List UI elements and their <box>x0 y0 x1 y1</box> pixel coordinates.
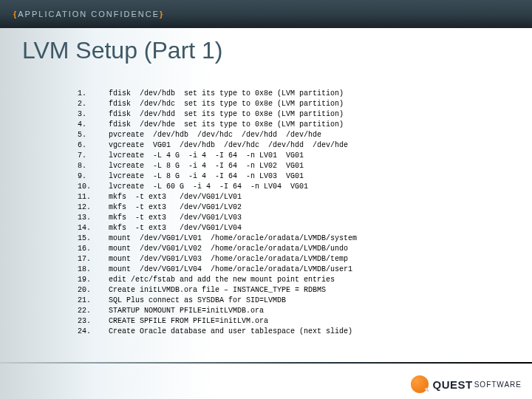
step-line: 5.pvcreate /dev/hdb /dev/hdc /dev/hdd /d… <box>78 130 502 140</box>
step-line: 16.mount /dev/VG01/LV02 /home/oracle/ora… <box>78 244 502 254</box>
step-text: SQL Plus connect as SYSDBA for SID=LVMDB <box>109 296 286 306</box>
step-number: 4. <box>78 120 109 130</box>
step-number: 12. <box>78 202 109 213</box>
steps-list: 1.fdisk /dev/hdb set its type to 0x8e (L… <box>78 89 502 337</box>
step-line: 13.mkfs -t ext3 /dev/VG01/LV03 <box>78 213 502 223</box>
step-line: 3.fdisk /dev/hdd set its type to 0x8e (L… <box>78 109 502 120</box>
step-line: 7.lvcreate -L 4 G -i 4 -I 64 -n LV01 VG0… <box>78 151 502 161</box>
slide-title: LVM Setup (Part 1) <box>22 37 223 64</box>
step-text: fdisk /dev/hdb set its type to 0x8e (LVM… <box>109 89 344 99</box>
step-number: 17. <box>78 254 109 265</box>
step-text: lvcreate -L 60 G -i 4 -I 64 -n LV04 VG01 <box>109 182 308 192</box>
step-text: pvcreate /dev/hdb /dev/hdc /dev/hdd /dev… <box>109 130 321 140</box>
step-line: 2.fdisk /dev/hdc set its type to 0x8e (L… <box>78 99 502 109</box>
step-text: mount /dev/VG01/LV01 /home/oracle/oradat… <box>109 233 357 244</box>
step-line: 1.fdisk /dev/hdb set its type to 0x8e (L… <box>78 89 502 99</box>
step-text: fdisk /dev/hde set its type to 0x8e (LVM… <box>109 120 344 130</box>
step-number: 3. <box>78 109 109 120</box>
quest-logo: QUEST SOFTWARE <box>411 375 522 393</box>
step-line: 21.SQL Plus connect as SYSDBA for SID=LV… <box>78 296 502 306</box>
step-number: 18. <box>78 265 109 275</box>
step-text: vgcreate VG01 /dev/hdb /dev/hdc /dev/hdd… <box>109 140 348 151</box>
header-bar: { APPLICATION CONFIDENCE } <box>0 0 532 28</box>
step-line: 19.edit /etc/fstab and add the new mount… <box>78 275 502 285</box>
step-number: 20. <box>78 285 109 296</box>
step-text: mkfs -t ext3 /dev/VG01/LV03 <box>109 213 242 223</box>
step-number: 1. <box>78 89 109 99</box>
quest-q-icon <box>411 375 429 393</box>
step-text: STARTUP NOMOUNT PFILE=initLVMDB.ora <box>109 306 264 316</box>
slide: { APPLICATION CONFIDENCE } LVM Setup (Pa… <box>0 0 532 399</box>
step-line: 14.mkfs -t ext3 /dev/VG01/LV04 <box>78 223 502 233</box>
step-text: Create initLVMDB.ora file – INSTANCE_TYP… <box>109 285 326 296</box>
step-text: lvcreate -L 4 G -i 4 -I 64 -n LV01 VG01 <box>109 151 304 161</box>
step-number: 8. <box>78 161 109 171</box>
step-text: lvcreate -L 8 G -i 4 -I 64 -n LV03 VG01 <box>109 171 304 182</box>
footer-rule <box>0 362 532 364</box>
step-line: 22.STARTUP NOMOUNT PFILE=initLVMDB.ora <box>78 306 502 316</box>
step-number: 9. <box>78 171 109 182</box>
step-line: 6.vgcreate VG01 /dev/hdb /dev/hdc /dev/h… <box>78 140 502 151</box>
logo-text-main: QUEST <box>433 378 473 391</box>
step-number: 22. <box>78 306 109 316</box>
step-line: 23.CREATE SPFILE FROM PFILE=initLVM.ora <box>78 316 502 327</box>
step-text: mount /dev/VG01/LV03 /home/oracle/oradat… <box>109 254 348 265</box>
step-text: Create Oracle database and user tablespa… <box>109 327 352 337</box>
step-text: CREATE SPFILE FROM PFILE=initLVM.ora <box>109 316 268 327</box>
step-line: 4.fdisk /dev/hde set its type to 0x8e (L… <box>78 120 502 130</box>
step-number: 13. <box>78 213 109 223</box>
step-number: 6. <box>78 140 109 151</box>
step-text: fdisk /dev/hdc set its type to 0x8e (LVM… <box>109 99 344 109</box>
step-line: 15.mount /dev/VG01/LV01 /home/oracle/ora… <box>78 233 502 244</box>
footer: QUEST SOFTWARE <box>0 362 532 399</box>
step-text: fdisk /dev/hdd set its type to 0x8e (LVM… <box>109 109 344 120</box>
step-text: mount /dev/VG01/LV02 /home/oracle/oradat… <box>109 244 348 254</box>
step-number: 10. <box>78 182 109 192</box>
brace-close-icon: } <box>160 10 164 18</box>
step-number: 7. <box>78 151 109 161</box>
step-number: 19. <box>78 275 109 285</box>
step-text: lvcreate -L 8 G -i 4 -I 64 -n LV02 VG01 <box>109 161 304 171</box>
step-number: 5. <box>78 130 109 140</box>
step-number: 16. <box>78 244 109 254</box>
step-line: 11.mkfs -t ext3 /dev/VG01/LV01 <box>78 192 502 202</box>
step-text: mount /dev/VG01/LV04 /home/oracle/oradat… <box>109 265 352 275</box>
step-number: 24. <box>78 327 109 337</box>
step-line: 9.lvcreate -L 8 G -i 4 -I 64 -n LV03 VG0… <box>78 171 502 182</box>
step-number: 11. <box>78 192 109 202</box>
step-line: 18.mount /dev/VG01/LV04 /home/oracle/ora… <box>78 265 502 275</box>
step-text: edit /etc/fstab and add the new mount po… <box>109 275 335 285</box>
step-text: mkfs -t ext3 /dev/VG01/LV04 <box>109 223 242 233</box>
step-number: 21. <box>78 296 109 306</box>
step-number: 15. <box>78 233 109 244</box>
step-line: 12.mkfs -t ext3 /dev/VG01/LV02 <box>78 202 502 213</box>
logo-text-sub: SOFTWARE <box>474 381 522 389</box>
step-text: mkfs -t ext3 /dev/VG01/LV02 <box>109 202 242 213</box>
step-line: 20.Create initLVMDB.ora file – INSTANCE_… <box>78 285 502 296</box>
step-number: 2. <box>78 99 109 109</box>
step-number: 23. <box>78 316 109 327</box>
step-text: mkfs -t ext3 /dev/VG01/LV01 <box>109 192 242 202</box>
confidentiality-label: APPLICATION CONFIDENCE <box>18 10 160 18</box>
step-line: 10.lvcreate -L 60 G -i 4 -I 64 -n LV04 V… <box>78 182 502 192</box>
step-number: 14. <box>78 223 109 233</box>
step-line: 17.mount /dev/VG01/LV03 /home/oracle/ora… <box>78 254 502 265</box>
step-line: 24.Create Oracle database and user table… <box>78 327 502 337</box>
step-line: 8.lvcreate -L 8 G -i 4 -I 64 -n LV02 VG0… <box>78 161 502 171</box>
